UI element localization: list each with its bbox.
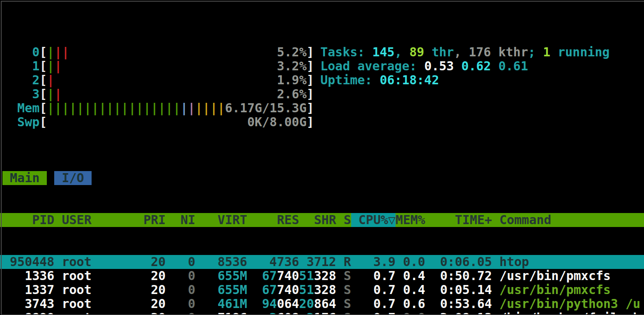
column-header-pri[interactable]: PRI — [143, 213, 166, 227]
meter-bar: | — [69, 101, 77, 115]
text-segment: root — [62, 255, 91, 269]
tab-main[interactable]: Main — [2, 171, 47, 185]
cpu-2-meter-body: |1.9% — [47, 73, 306, 87]
mem-cell: 0.4 — [396, 283, 425, 297]
cmd-cell: /usr/bin/pmxcfs — [499, 283, 644, 297]
s-cell: S — [344, 311, 351, 315]
memory-meter-value: 6.17G/15.3G — [225, 101, 307, 115]
text-segment: root — [62, 297, 91, 311]
process-row[interactable]: 3743root200461M9406420864S0.70.60:53.64/… — [2, 297, 644, 311]
column-header-shr[interactable]: SHR — [299, 213, 336, 227]
res-cell: 4736 — [255, 255, 299, 269]
res-cell: 67740 — [255, 269, 299, 283]
column-header-res[interactable]: RES — [255, 213, 299, 227]
column-header-s[interactable]: S — [344, 213, 351, 227]
text-segment: 20 — [151, 311, 166, 315]
text-segment: 4736 — [269, 255, 299, 269]
htop-terminal: 0[|||5.2%]1[||3.2%]2[|1.9%]3[||2.6%]Mem[… — [0, 0, 644, 315]
text-segment: 950448 — [10, 255, 54, 269]
text-segment: 1336 — [25, 269, 54, 283]
meter-bar: | — [92, 101, 99, 115]
shr-cell: 51328 — [299, 269, 336, 283]
ni-cell: 0 — [173, 269, 195, 283]
process-row-selected[interactable]: 950448root200853647363712R3.90.00:06.05h… — [0, 255, 644, 269]
virt-cell: 8536 — [203, 255, 247, 269]
text-segment: 0 — [188, 269, 195, 283]
meter-bar: | — [188, 101, 195, 115]
text-segment: 89 — [409, 45, 424, 59]
text-segment: 0:53.64 — [440, 297, 492, 311]
pid-cell: 1337 — [2, 283, 54, 297]
meter-bar: | — [210, 101, 217, 115]
cpu-0-meter-label: 0 — [2, 45, 39, 59]
meter-bar: | — [114, 101, 121, 115]
text-segment: 145 — [372, 45, 394, 59]
meter-close-bracket: ] — [307, 115, 314, 129]
text-segment: 0.62 — [461, 59, 498, 73]
text-segment: Load average: — [320, 59, 424, 73]
cpu-1-meter-body: ||3.2% — [47, 59, 306, 73]
column-header-mem[interactable]: MEM% — [396, 213, 425, 227]
meter-bar: | — [84, 101, 92, 115]
cmd-cell: /usr/bin/pmxcfs — [499, 269, 644, 283]
column-header-pid[interactable]: PID — [2, 213, 54, 227]
cmd-cell: htop — [499, 255, 644, 269]
column-header-ni[interactable]: NI — [173, 213, 195, 227]
mem-cell: 0.4 — [396, 269, 425, 283]
cpu-cell: 0.7 — [351, 269, 396, 283]
time-cell: 0:50.72 — [432, 269, 492, 283]
cpu-2-meter: 2[|1.9%] — [2, 73, 314, 87]
meter-bar: | — [166, 101, 173, 115]
cpu-0-meter-value: 5.2% — [277, 45, 306, 59]
s-cell: S — [344, 283, 351, 297]
tab-io[interactable]: I/O — [54, 171, 91, 185]
text-segment: 0 — [188, 283, 195, 297]
text-segment: R — [344, 255, 351, 269]
process-row[interactable]: 8890root200719626082176S0.70.02:08.13/bi… — [2, 311, 644, 315]
meter-bar: | — [62, 45, 69, 59]
column-header-cmd[interactable]: Command — [499, 213, 644, 227]
meter-close-bracket: ] — [307, 101, 314, 115]
cmd-cell: /bin/bash ./fail.sh — [499, 311, 644, 315]
meter-bar: | — [77, 101, 84, 115]
cpu-3-meter-label: 3 — [2, 87, 39, 101]
cpu-cell: 0.7 — [351, 297, 396, 311]
text-segment: 0 — [188, 297, 195, 311]
meter-close-bracket: ] — [307, 73, 314, 87]
text-segment: 0:05.14 — [440, 283, 492, 297]
time-cell: 0:53.64 — [432, 297, 492, 311]
mem-cell: 0.6 — [396, 297, 425, 311]
text-segment: 3.9 — [373, 255, 396, 269]
meter-close-bracket: ] — [307, 59, 314, 73]
meter-bar: | — [106, 101, 114, 115]
column-header-virt[interactable]: VIRT — [203, 213, 247, 227]
cpu-1-meter-label: 1 — [2, 59, 39, 73]
meter-close-bracket: ] — [307, 45, 314, 59]
text-segment: thr — [424, 45, 454, 59]
pri-cell: 20 — [143, 297, 166, 311]
text-segment: 740 — [277, 269, 299, 283]
time-cell: 0:06.05 — [432, 255, 492, 269]
meter-bar: | — [54, 87, 62, 101]
text-segment: /usr/bin/pmxcfs — [499, 269, 611, 283]
process-row[interactable]: 1336root200655M6774051328S0.70.40:50.72/… — [2, 269, 644, 283]
meter-bar: | — [47, 73, 54, 87]
tasks-line: Tasks: 145, 89 thr, 176 kthr; 1 running — [320, 45, 610, 59]
cpu-cell: 3.9 — [351, 255, 396, 269]
text-segment: 0.7 — [373, 297, 396, 311]
text-segment: /usr/bin/python3 /u — [499, 297, 640, 311]
text-segment: htop — [499, 255, 529, 269]
text-segment: 608 — [277, 311, 299, 315]
meter-bar: | — [129, 101, 136, 115]
text-segment: 0.0 — [403, 311, 425, 315]
column-header-cpu[interactable]: CPU%▽ — [351, 213, 396, 227]
text-segment: S — [344, 269, 351, 283]
text-segment: 20 — [151, 297, 166, 311]
meter-bar: | — [195, 101, 202, 115]
text-segment: 655M — [218, 269, 247, 283]
process-row[interactable]: 1337root200655M6774051328S0.70.40:05.14/… — [2, 283, 644, 297]
column-header-time[interactable]: TIME+ — [432, 213, 492, 227]
column-header-user[interactable]: USER — [62, 213, 143, 227]
user-cell: root — [62, 255, 143, 269]
text-segment: root — [62, 311, 91, 315]
